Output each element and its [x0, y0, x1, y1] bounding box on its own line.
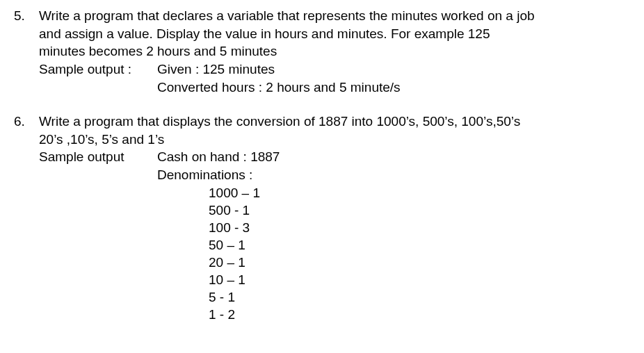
denomination-row: 20 – 1	[209, 254, 630, 271]
question-body: Write a program that declares a variable…	[39, 7, 630, 96]
sample-line: Cash on hand : 1887	[157, 148, 630, 166]
question-6: 6. Write a program that displays the con…	[14, 113, 630, 323]
sample-label: Sample output	[39, 148, 157, 323]
denomination-row: 50 – 1	[209, 236, 630, 254]
question-number: 5.	[14, 7, 36, 96]
denomination-row: 1000 – 1	[209, 184, 630, 202]
denominations-list: 1000 – 1 500 - 1 100 - 3 50 – 1 20 – 1 1…	[157, 184, 630, 324]
denomination-row: 100 - 3	[209, 219, 630, 236]
denomination-row: 500 - 1	[209, 202, 630, 219]
prompt-line: Write a program that displays the conver…	[39, 113, 630, 131]
prompt-line: Write a program that declares a variable…	[39, 7, 630, 25]
sample-output: Sample output : Given : 125 minutes Conv…	[39, 60, 630, 96]
denomination-row: 1 - 2	[209, 306, 630, 323]
sample-content: Given : 125 minutes Converted hours : 2 …	[157, 60, 630, 96]
sample-label: Sample output :	[39, 60, 157, 96]
question-number: 6.	[14, 113, 36, 323]
sample-content: Cash on hand : 1887 Denominations : 1000…	[157, 148, 630, 323]
sample-line: Given : 125 minutes	[157, 60, 630, 79]
sample-output: Sample output Cash on hand : 1887 Denomi…	[39, 148, 630, 323]
sample-line: Converted hours : 2 hours and 5 minute/s	[157, 79, 630, 97]
denomination-row: 10 – 1	[209, 271, 630, 288]
question-body: Write a program that displays the conver…	[39, 113, 630, 323]
question-5: 5. Write a program that declares a varia…	[14, 7, 630, 96]
prompt-line: minutes becomes 2 hours and 5 minutes	[39, 42, 630, 60]
prompt-line: 20’s ,10’s, 5’s and 1’s	[39, 131, 630, 149]
denomination-row: 5 - 1	[209, 288, 630, 306]
sample-line: Denominations :	[157, 166, 630, 184]
prompt-line: and assign a value. Display the value in…	[39, 25, 630, 43]
